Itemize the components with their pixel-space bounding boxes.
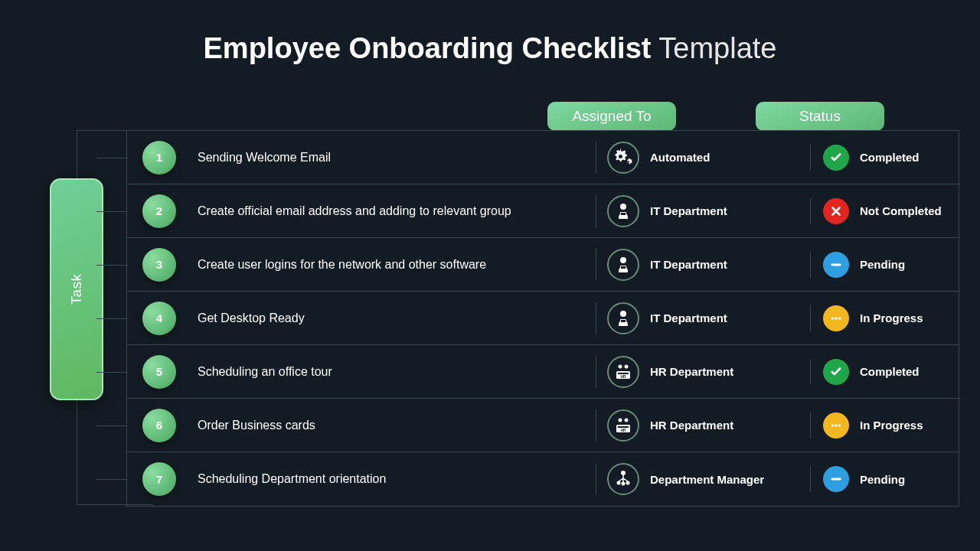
hr-icon xyxy=(607,356,639,388)
hr-icon xyxy=(607,409,639,442)
row-number-badge: 2 xyxy=(142,194,176,228)
it-icon xyxy=(607,302,639,334)
assigned-label: Automated xyxy=(650,151,710,164)
connector-line xyxy=(96,158,127,158)
connector-line xyxy=(96,479,127,480)
gears-icon xyxy=(607,142,639,174)
table-row: 2 Create official email address and addi… xyxy=(127,184,959,238)
task-text: Get Desktop Ready xyxy=(191,311,596,325)
status-cell: In Progress xyxy=(810,412,959,439)
row-number-badge: 6 xyxy=(142,409,176,442)
assigned-cell: HR Department xyxy=(596,356,810,388)
status-cell: Not Completed xyxy=(810,198,959,224)
row-number-cell: 1 xyxy=(127,141,191,174)
table-row: 7 Scheduling Department orientation Depa… xyxy=(127,452,959,506)
row-number-cell: 5 xyxy=(127,355,191,389)
header-assigned-to: Assigned To xyxy=(547,102,676,131)
status-label: Not Completed xyxy=(860,204,942,217)
assigned-cell: IT Department xyxy=(596,195,810,227)
status-label: In Progress xyxy=(860,311,923,324)
table-row: 4 Get Desktop Ready IT Department In Pro… xyxy=(127,292,959,345)
assigned-label: IT Department xyxy=(650,258,727,271)
connector-line xyxy=(96,425,127,426)
assigned-label: Department Manager xyxy=(650,473,764,486)
status-cell: In Progress xyxy=(810,305,959,331)
task-label-badge: Task xyxy=(50,178,103,400)
manager-icon xyxy=(607,463,639,495)
status-label: Pending xyxy=(860,258,905,271)
assigned-label: IT Department xyxy=(650,311,727,324)
status-cell: Pending xyxy=(810,466,959,492)
table-row: 1 Sending Welcome Email Automated Comple… xyxy=(127,131,959,184)
assigned-cell: Automated xyxy=(596,142,810,174)
row-number-badge: 1 xyxy=(142,141,176,174)
status-completed-icon xyxy=(823,145,849,171)
status-cell: Completed xyxy=(810,359,959,385)
connector-line xyxy=(96,265,127,266)
assigned-label: HR Department xyxy=(650,365,733,378)
status-label: Completed xyxy=(860,365,920,378)
status-pending-icon xyxy=(823,466,849,492)
checklist-table: 1 Sending Welcome Email Automated Comple… xyxy=(126,130,959,507)
status-inprogress-icon xyxy=(823,305,849,331)
page-title: Employee Onboarding Checklist Template xyxy=(0,0,980,65)
title-bold: Employee Onboarding Checklist xyxy=(204,32,652,64)
header-status: Status xyxy=(756,102,884,131)
status-cell: Pending xyxy=(810,252,959,278)
connector-line xyxy=(96,211,127,212)
task-text: Scheduling Department orientation xyxy=(191,472,596,486)
it-icon xyxy=(607,249,639,281)
status-notcompleted-icon xyxy=(823,198,849,224)
table-row: 3 Create user logins for the network and… xyxy=(127,238,959,292)
task-text: Order Business cards xyxy=(191,419,596,432)
assigned-label: IT Department xyxy=(650,204,727,217)
task-label-text: Task xyxy=(68,273,85,305)
row-number-badge: 4 xyxy=(142,302,176,335)
row-number-cell: 2 xyxy=(127,194,191,228)
assigned-label: HR Department xyxy=(650,419,733,432)
row-number-badge: 7 xyxy=(142,462,176,496)
table-row: 6 Order Business cards HR Department In … xyxy=(127,399,959,452)
row-number-cell: 4 xyxy=(127,302,191,335)
task-text: Create user logins for the network and o… xyxy=(191,258,596,272)
status-label: In Progress xyxy=(860,419,923,432)
row-number-cell: 3 xyxy=(127,248,191,282)
status-completed-icon xyxy=(823,359,849,385)
task-text: Scheduling an office tour xyxy=(191,365,596,379)
status-cell: Completed xyxy=(810,145,959,171)
assigned-cell: IT Department xyxy=(596,249,810,281)
connector-line xyxy=(96,318,127,319)
it-icon xyxy=(607,195,639,227)
row-number-badge: 5 xyxy=(142,355,176,389)
title-light: Template xyxy=(651,32,776,64)
assigned-cell: Department Manager xyxy=(596,463,810,495)
status-label: Completed xyxy=(860,151,920,164)
connector-line xyxy=(96,372,127,373)
status-inprogress-icon xyxy=(823,412,849,439)
row-number-badge: 3 xyxy=(142,248,176,282)
assigned-cell: IT Department xyxy=(596,302,810,334)
task-text: Create official email address and adding… xyxy=(191,204,596,218)
row-number-cell: 6 xyxy=(127,409,191,442)
task-text: Sending Welcome Email xyxy=(191,151,596,165)
table-row: 5 Scheduling an office tour HR Departmen… xyxy=(127,345,959,399)
row-number-cell: 7 xyxy=(127,462,191,496)
status-label: Pending xyxy=(860,473,905,486)
status-pending-icon xyxy=(823,252,849,278)
assigned-cell: HR Department xyxy=(596,409,810,442)
